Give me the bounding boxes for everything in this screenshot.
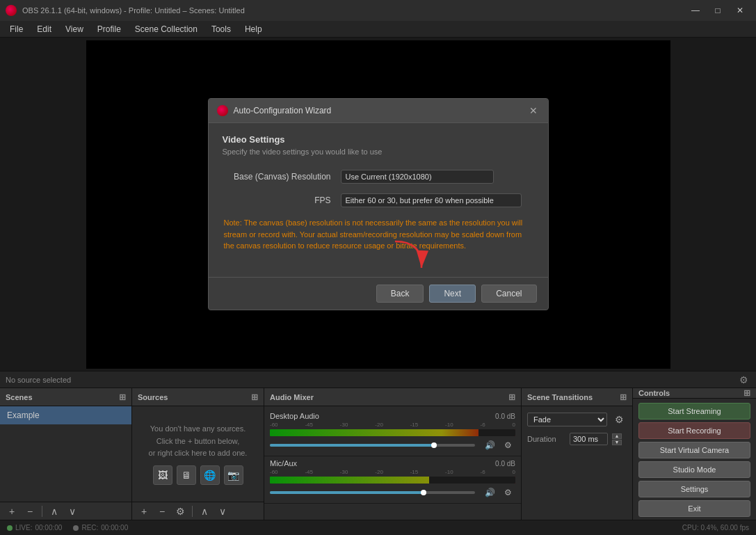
scenes-panel-icon[interactable]: ⊞ <box>119 392 126 402</box>
cancel-button[interactable]: Cancel <box>481 285 536 303</box>
mic-aux-slider[interactable] <box>270 491 475 494</box>
live-time: 00:00:00 <box>35 524 62 532</box>
desktop-audio-ticks: -60-45-30-20-15-10-60 <box>270 422 515 428</box>
menu-tools[interactable]: Tools <box>204 23 238 35</box>
mic-aux-header: Mic/Aux 0.0 dB <box>270 459 515 468</box>
transition-type-row: Fade Cut Swipe Slide ⚙ <box>527 412 627 427</box>
level-bar-overlay <box>478 429 515 436</box>
desktop-audio-slider[interactable] <box>270 444 475 447</box>
mic-aux-ticks: -60-45-30-20-15-10-60 <box>270 469 515 475</box>
resolution-label: Base (Canvas) Resolution <box>223 172 341 182</box>
exit-button[interactable]: Exit <box>638 500 750 517</box>
duration-input[interactable] <box>570 433 608 445</box>
start-streaming-button[interactable]: Start Streaming <box>638 403 750 420</box>
mic-aux-db: 0.0 dB <box>495 460 515 468</box>
transitions-panel: Scene Transitions ⊞ Fade Cut Swipe Slide… <box>522 388 633 520</box>
desktop-audio-db: 0.0 dB <box>495 413 515 420</box>
audio-panel-title: Audio Mixer <box>270 393 314 401</box>
mic-mute-button[interactable]: 🔊 <box>482 485 497 500</box>
menu-file[interactable]: File <box>3 23 30 35</box>
bottom-panels: Scenes ⊞ Example + − ∧ ∨ Sources ⊞ You d… <box>0 388 756 520</box>
remove-scene-button[interactable]: − <box>22 504 38 519</box>
modal-section-title: Video Settings <box>223 134 534 145</box>
resolution-control: Use Current (1920x1080) 1280x720 1920x10… <box>341 170 534 184</box>
sources-panel-icon[interactable]: ⊞ <box>251 392 258 402</box>
add-source-button[interactable]: + <box>136 504 152 519</box>
audio-mixer-panel: Audio Mixer ⊞ Desktop Audio 0.0 dB -60-4… <box>264 388 522 520</box>
menu-view[interactable]: View <box>58 23 90 35</box>
modal-overlay: Auto-Configuration Wizard ✕ Video Settin… <box>86 40 670 369</box>
modal-close-button[interactable]: ✕ <box>527 104 540 117</box>
transition-settings-button[interactable]: ⚙ <box>611 412 627 427</box>
rec-label: REC: <box>81 524 98 532</box>
mic-aux-label: Mic/Aux <box>270 459 297 468</box>
modal-icon <box>217 105 228 116</box>
rec-status: REC: 00:00:00 <box>73 524 128 532</box>
modal-footer: Back Next Cancel <box>209 277 548 310</box>
desktop-audio-settings-button[interactable]: ⚙ <box>500 438 515 453</box>
source-type-icons: 🖼 🖥 🌐 📷 <box>153 465 243 485</box>
settings-button[interactable]: Settings <box>638 481 750 497</box>
audio-panel-icon[interactable]: ⊞ <box>508 392 515 402</box>
maximize-button[interactable]: □ <box>707 3 728 17</box>
fps-select[interactable]: Either 60 or 30, but prefer 60 when poss… <box>341 193 522 207</box>
sources-empty-line3: or right click here to add one. <box>149 447 248 460</box>
next-button[interactable]: Next <box>429 285 476 303</box>
mic-audio-settings-button[interactable]: ⚙ <box>500 485 515 500</box>
rec-time: 00:00:00 <box>101 524 128 532</box>
fps-control: Either 60 or 30, but prefer 60 when poss… <box>341 193 534 207</box>
move-source-down-button[interactable]: ∨ <box>215 504 230 519</box>
fps-row: FPS Either 60 or 30, but prefer 60 when … <box>223 193 534 207</box>
menu-help[interactable]: Help <box>238 23 269 35</box>
source-settings-button[interactable]: ⚙ <box>172 504 188 519</box>
status-gear-icon[interactable]: ⚙ <box>739 374 750 385</box>
transitions-content: Fade Cut Swipe Slide ⚙ Duration ▲ ▼ <box>522 406 632 520</box>
display-source-icon[interactable]: 🖥 <box>177 465 196 485</box>
add-scene-button[interactable]: + <box>4 504 19 519</box>
sources-toolbar: + − ⚙ ∧ ∨ <box>132 502 264 520</box>
start-virtual-camera-button[interactable]: Start Virtual Camera <box>638 442 750 458</box>
controls-panel-icon[interactable]: ⊞ <box>743 388 750 398</box>
transition-type-select[interactable]: Fade Cut Swipe Slide <box>527 413 607 426</box>
move-scene-up-button[interactable]: ∧ <box>47 504 62 519</box>
auto-config-modal: Auto-Configuration Wizard ✕ Video Settin… <box>208 98 549 310</box>
divider-2 <box>192 506 193 517</box>
desktop-mute-button[interactable]: 🔊 <box>482 438 497 453</box>
minimize-button[interactable]: — <box>685 3 706 17</box>
transitions-panel-title: Scene Transitions <box>527 393 593 401</box>
scenes-toolbar: + − ∧ ∨ <box>0 502 131 520</box>
mic-aux-level <box>270 477 515 484</box>
live-status: LIVE: 00:00:00 <box>7 524 62 532</box>
resolution-select[interactable]: Use Current (1920x1080) 1280x720 1920x10… <box>341 170 494 184</box>
canvas-note: Note: The canvas (base) resolution is no… <box>223 217 534 252</box>
menu-edit[interactable]: Edit <box>30 23 58 35</box>
controls-content: Start Streaming Start Recording Start Vi… <box>633 399 756 521</box>
camera-source-icon[interactable]: 📷 <box>224 465 243 485</box>
back-button[interactable]: Back <box>376 285 424 303</box>
move-scene-down-button[interactable]: ∨ <box>65 504 80 519</box>
move-source-up-button[interactable]: ∧ <box>197 504 212 519</box>
menu-scene-collection[interactable]: Scene Collection <box>128 23 204 35</box>
controls-panel-header: Controls ⊞ <box>633 388 756 399</box>
scene-item-example[interactable]: Example <box>0 406 131 424</box>
studio-mode-button[interactable]: Studio Mode <box>638 461 750 478</box>
start-recording-button[interactable]: Start Recording <box>638 422 750 439</box>
scenes-panel: Scenes ⊞ Example + − ∧ ∨ <box>0 388 132 520</box>
audio-panel-header: Audio Mixer ⊞ <box>264 388 521 406</box>
transitions-panel-header: Scene Transitions ⊞ <box>522 388 632 406</box>
close-button[interactable]: ✕ <box>730 3 750 17</box>
scenes-panel-title: Scenes <box>6 393 33 401</box>
image-source-icon[interactable]: 🖼 <box>153 465 172 485</box>
mic-aux-controls: 🔊 ⚙ <box>270 485 515 500</box>
preview-canvas: Auto-Configuration Wizard ✕ Video Settin… <box>86 40 670 369</box>
transitions-panel-icon[interactable]: ⊞ <box>620 392 627 402</box>
sources-panel: Sources ⊞ You don't have any sources. Cl… <box>132 388 264 520</box>
desktop-audio-label: Desktop Audio <box>270 412 319 420</box>
menu-profile[interactable]: Profile <box>90 23 128 35</box>
browser-source-icon[interactable]: 🌐 <box>200 465 220 485</box>
duration-up-button[interactable]: ▲ <box>612 433 622 439</box>
duration-spinner: ▲ ▼ <box>612 433 622 445</box>
remove-source-button[interactable]: − <box>154 504 170 519</box>
preview-area: Auto-Configuration Wizard ✕ Video Settin… <box>0 38 756 371</box>
duration-down-button[interactable]: ▼ <box>612 440 622 445</box>
